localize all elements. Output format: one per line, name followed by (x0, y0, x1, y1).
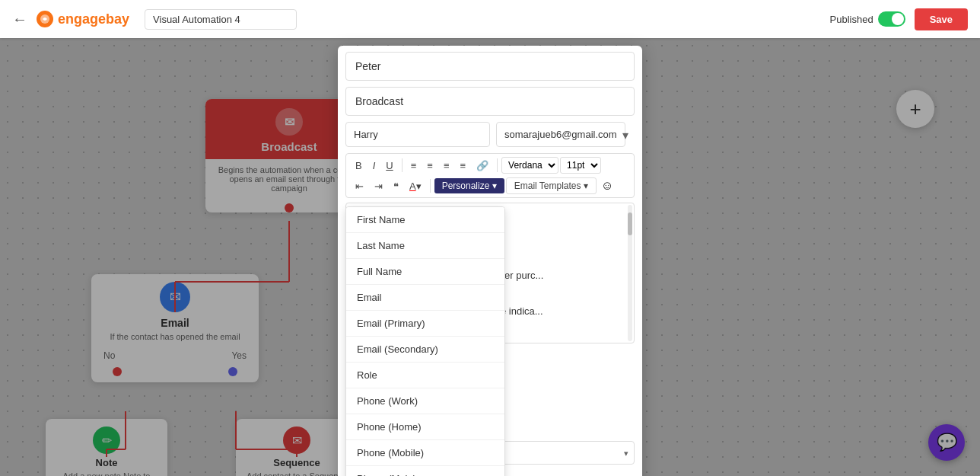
personalize-item[interactable]: Email (346, 285, 504, 311)
subject-field[interactable] (345, 87, 635, 116)
email-templates-button[interactable]: Email Templates ▾ (506, 177, 597, 194)
quote-button[interactable]: ❝ (389, 178, 403, 194)
personalize-item[interactable]: Phone (Main) (346, 466, 504, 476)
indent-right-button[interactable]: ⇥ (370, 178, 387, 194)
toolbar-wrapper: B I U ≡ ≡ ≡ ≡ 🔗 Verdana 11pt ⇤ (338, 153, 642, 198)
personalize-item[interactable]: Last Name (346, 233, 504, 259)
align-left-button[interactable]: ≡ (406, 158, 422, 174)
logo-text: engagebay (58, 11, 129, 27)
toggle-thumb (892, 13, 904, 25)
editor-scrollbar[interactable] (628, 205, 632, 341)
emoji-button[interactable]: ☺ (598, 177, 616, 194)
personalize-item[interactable]: Phone (Mobile) (346, 440, 504, 466)
italic-button[interactable]: I (368, 158, 380, 174)
logo-icon (37, 11, 53, 27)
underline-button[interactable]: U (381, 158, 397, 174)
align-justify-button[interactable]: ≡ (455, 158, 470, 174)
text-color-button[interactable]: A▾ (405, 178, 426, 194)
automation-name-input[interactable] (145, 9, 297, 30)
back-icon[interactable]: ← (12, 11, 27, 28)
save-button[interactable]: Save (915, 8, 968, 30)
font-size-select[interactable]: 11pt (560, 157, 601, 174)
broadcast-modal: somarajueb6@gmail.com B I U ≡ ≡ ≡ ≡ 🔗 Ve… (338, 46, 642, 476)
link-button[interactable]: 🔗 (472, 158, 493, 174)
sep1 (402, 158, 402, 172)
personalize-item[interactable]: Phone (Work) (346, 388, 504, 414)
toolbar-row2: ⇤ ⇥ ❝ A▾ Personalize ▾ Email Templates ▾… (351, 177, 629, 194)
personalize-dropdown: First NameLast NameFull NameEmailEmail (… (345, 206, 505, 476)
personalize-item[interactable]: Full Name (346, 259, 504, 285)
personalize-item[interactable]: Phone (Home) (346, 414, 504, 440)
align-center-button[interactable]: ≡ (422, 158, 438, 174)
editor-scrollthumb (628, 212, 632, 235)
published-toggle: Published (830, 11, 905, 27)
modal-overlay: somarajueb6@gmail.com B I U ≡ ≡ ≡ ≡ 🔗 Ve… (0, 38, 980, 476)
bold-button[interactable]: B (351, 158, 367, 174)
personalize-item[interactable]: Role (346, 363, 504, 388)
indent-left-button[interactable]: ⇤ (351, 178, 368, 194)
personalize-item[interactable]: Email (Secondary) (346, 337, 504, 363)
personalize-item[interactable]: First Name (346, 207, 504, 233)
font-family-select[interactable]: Verdana (501, 157, 558, 174)
personalize-button[interactable]: Personalize ▾ (434, 178, 504, 193)
to-field[interactable] (345, 52, 635, 81)
sep3 (430, 179, 431, 193)
personalize-item[interactable]: Email (Primary) (346, 311, 504, 337)
logo: engagebay (37, 11, 129, 27)
align-right-button[interactable]: ≡ (439, 158, 454, 174)
from-row: somarajueb6@gmail.com (345, 122, 635, 147)
sep2 (497, 158, 498, 172)
toggle-track[interactable] (878, 11, 905, 27)
from-email-select-wrap: somarajueb6@gmail.com (496, 122, 635, 147)
published-label: Published (830, 14, 873, 25)
top-nav: ← engagebay Published Save (0, 0, 980, 38)
from-email-select[interactable]: somarajueb6@gmail.com (496, 122, 625, 147)
editor-toolbar: B I U ≡ ≡ ≡ ≡ 🔗 Verdana 11pt ⇤ (345, 153, 635, 198)
from-name-input[interactable] (345, 122, 490, 147)
